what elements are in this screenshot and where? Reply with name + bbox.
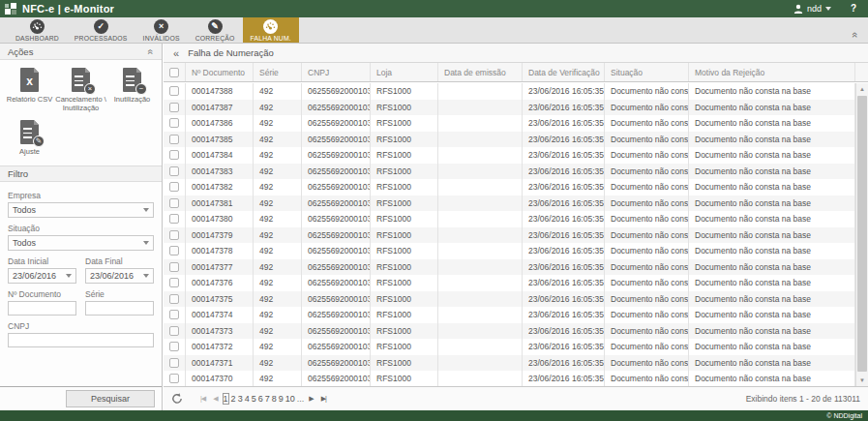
table-row[interactable]: 000147380 492 06255692000103 RFS1000 23/… xyxy=(164,211,855,227)
pesquisar-button[interactable]: Pesquisar xyxy=(66,390,155,407)
row-checkbox[interactable] xyxy=(169,118,179,128)
table-row[interactable]: 000147386 492 06255692000103 RFS1000 23/… xyxy=(164,115,855,132)
row-checkbox[interactable] xyxy=(169,358,179,368)
cell-loja: RFS1000 xyxy=(371,339,438,355)
prev-page-button[interactable]: ◀ xyxy=(213,395,217,403)
table-row[interactable]: 000147382 492 06255692000103 RFS1000 23/… xyxy=(164,179,855,195)
row-checkbox[interactable] xyxy=(169,150,179,160)
data-inicial-picker[interactable]: 23/06/2016 xyxy=(8,268,76,284)
ajuste-button[interactable]: ✎ Ajuste xyxy=(4,120,55,156)
refresh-icon[interactable] xyxy=(171,393,183,405)
vertical-scrollbar[interactable]: ▲ ▼ xyxy=(855,83,868,386)
actions-title: Ações xyxy=(8,46,33,57)
tab-falha-num[interactable]: FALHA NUM. xyxy=(243,17,299,43)
column-header[interactable]: Data de Verificação xyxy=(523,63,605,81)
column-header[interactable]: Motivo da Rejeição xyxy=(689,63,855,81)
tab-correcao[interactable]: ✎ CORREÇÃO xyxy=(188,17,243,43)
cnpj-input[interactable] xyxy=(8,333,154,347)
table-row[interactable]: 000147376 492 06255692000103 RFS1000 23/… xyxy=(164,275,855,291)
user-menu[interactable]: ndd xyxy=(793,0,831,17)
cell-data-emissao xyxy=(438,147,523,164)
page-button[interactable]: 6 xyxy=(258,394,263,404)
cell-situacao: Documento não consta na base xyxy=(605,275,689,291)
table-row[interactable]: 000147388 492 06255692000103 RFS1000 23/… xyxy=(164,83,855,100)
table-row[interactable]: 000147385 492 06255692000103 RFS1000 23/… xyxy=(164,132,855,148)
next-page-button[interactable]: ▶ xyxy=(309,395,313,403)
row-checkbox[interactable] xyxy=(169,214,179,224)
page-button[interactable]: 7 xyxy=(265,394,270,404)
chevron-down-icon xyxy=(143,274,149,278)
inutilizacao-button[interactable]: − Inutilização xyxy=(106,68,158,112)
cancelamento-inutilizacao-button[interactable]: × Cancelamento \ Inutilização xyxy=(55,68,106,112)
collapse-up-icon[interactable]: « xyxy=(851,32,860,38)
cell-motivo-rejeicao: Documento não consta na base xyxy=(689,243,855,259)
page-button[interactable]: 8 xyxy=(272,394,277,404)
page-button[interactable]: 4 xyxy=(245,394,250,404)
row-checkbox[interactable] xyxy=(169,246,179,256)
data-final-picker[interactable]: 23/06/2016 xyxy=(85,268,154,284)
tab-invalidos[interactable]: × INVÁLIDOS xyxy=(135,17,188,43)
cell-serie: 492 xyxy=(254,371,302,386)
scroll-up-icon[interactable]: ▲ xyxy=(856,83,868,95)
table-row[interactable]: 000147387 492 06255692000103 RFS1000 23/… xyxy=(164,100,855,116)
row-checkbox[interactable] xyxy=(169,374,179,383)
column-header[interactable]: Situação xyxy=(605,63,689,81)
table-row[interactable]: 000147377 492 06255692000103 RFS1000 23/… xyxy=(164,259,855,276)
row-checkbox[interactable] xyxy=(169,294,179,304)
documento-input[interactable] xyxy=(8,301,76,316)
row-checkbox-cell xyxy=(164,83,186,100)
cell-cnpj: 06255692000103 xyxy=(302,243,371,259)
row-checkbox[interactable] xyxy=(169,103,179,112)
page-button[interactable]: 9 xyxy=(279,394,284,404)
table-row[interactable]: 000147381 492 06255692000103 RFS1000 23/… xyxy=(164,195,855,212)
serie-input[interactable] xyxy=(85,301,154,316)
page-button[interactable]: 5 xyxy=(252,394,256,404)
column-header[interactable]: Série xyxy=(254,63,302,81)
table-row[interactable]: 000147372 492 06255692000103 RFS1000 23/… xyxy=(164,339,855,355)
empresa-select[interactable]: Todos xyxy=(8,202,154,218)
column-header[interactable]: Data de emissão xyxy=(438,63,523,81)
page-button[interactable]: 1 xyxy=(223,393,229,405)
page-button[interactable]: 3 xyxy=(238,394,243,404)
row-checkbox[interactable] xyxy=(169,182,179,192)
row-checkbox[interactable] xyxy=(169,342,179,351)
situacao-select[interactable]: Todos xyxy=(8,235,154,251)
tab-dashboard[interactable]: DASHBOARD xyxy=(8,17,67,43)
table-row[interactable]: 000147379 492 06255692000103 RFS1000 23/… xyxy=(164,227,855,244)
table-row[interactable]: 000147371 492 06255692000103 RFS1000 23/… xyxy=(164,355,855,372)
app-title: NFC-e | e-Monitor xyxy=(22,3,114,15)
column-header[interactable]: CNPJ xyxy=(302,63,371,81)
table-row[interactable]: 000147384 492 06255692000103 RFS1000 23/… xyxy=(164,147,855,164)
scrollbar-thumb[interactable] xyxy=(857,96,867,372)
table-row[interactable]: 000147374 492 06255692000103 RFS1000 23/… xyxy=(164,307,855,323)
select-all-checkbox[interactable] xyxy=(169,68,179,77)
scroll-down-icon[interactable]: ▼ xyxy=(856,375,868,386)
table-row[interactable]: 000147373 492 06255692000103 RFS1000 23/… xyxy=(164,323,855,340)
column-header[interactable]: Loja xyxy=(371,63,438,81)
sidebar-footer: Pesquisar xyxy=(0,386,162,410)
tab-processados[interactable]: ✓ PROCESSADOS xyxy=(67,17,135,43)
last-page-button[interactable]: ▶| xyxy=(321,395,326,403)
first-page-button[interactable]: |◀ xyxy=(200,395,205,403)
collapse-up-icon[interactable]: « xyxy=(146,48,157,54)
table-row[interactable]: 000147370 492 06255692000103 RFS1000 23/… xyxy=(164,371,855,386)
column-header[interactable]: Nº Documento xyxy=(186,63,254,81)
row-checkbox[interactable] xyxy=(169,86,179,96)
table-row[interactable]: 000147375 492 06255692000103 RFS1000 23/… xyxy=(164,291,855,308)
row-checkbox[interactable] xyxy=(169,278,179,287)
row-checkbox[interactable] xyxy=(169,310,179,319)
row-checkbox[interactable] xyxy=(169,326,179,336)
row-checkbox[interactable] xyxy=(169,230,179,240)
row-checkbox[interactable] xyxy=(169,166,179,176)
table-row[interactable]: 000147383 492 06255692000103 RFS1000 23/… xyxy=(164,164,855,180)
help-button[interactable]: ? xyxy=(851,0,856,17)
row-checkbox[interactable] xyxy=(169,198,179,208)
relatorio-csv-button[interactable]: x Relatório CSV xyxy=(4,68,55,112)
page-button[interactable]: 10 xyxy=(285,394,295,404)
collapse-left-icon[interactable]: « xyxy=(173,47,179,59)
row-checkbox[interactable] xyxy=(169,135,179,144)
cell-motivo-rejeicao: Documento não consta na base xyxy=(689,355,855,372)
page-button[interactable]: 2 xyxy=(231,394,236,404)
table-row[interactable]: 000147378 492 06255692000103 RFS1000 23/… xyxy=(164,243,855,259)
row-checkbox[interactable] xyxy=(169,262,179,272)
